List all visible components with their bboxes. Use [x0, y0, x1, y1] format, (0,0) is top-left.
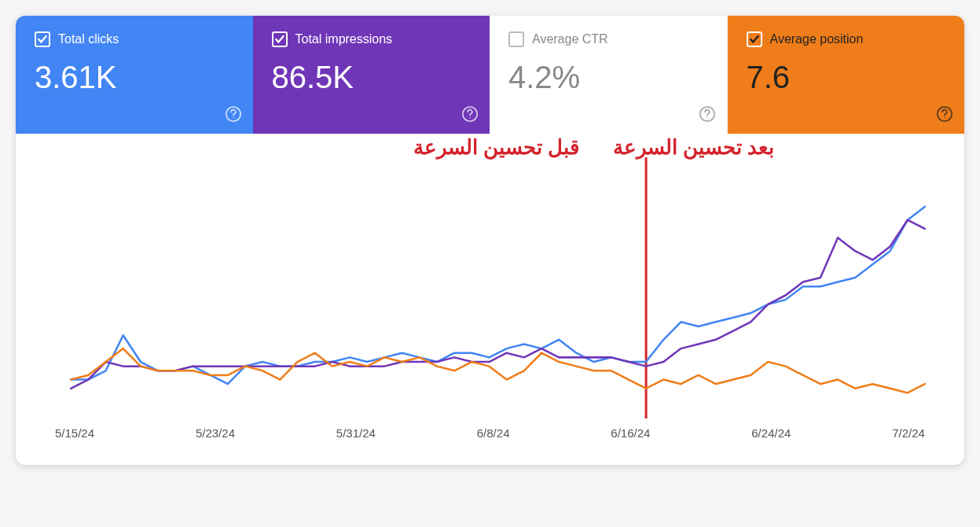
x-tick: 6/8/24	[477, 426, 510, 440]
x-tick: 6/24/24	[751, 426, 791, 440]
metric-label: Average position	[770, 32, 864, 46]
line-chart	[47, 157, 933, 418]
metric-label: Total clicks	[58, 32, 119, 46]
x-tick: 7/2/24	[892, 426, 925, 440]
series-total-impressions	[71, 220, 925, 389]
metric-value: 3.61K	[35, 61, 234, 93]
metric-value: 4.2%	[508, 61, 708, 93]
x-tick: 5/31/24	[336, 426, 376, 440]
metric-label: Average CTR	[532, 32, 608, 46]
metric-tile-position[interactable]: Average position 7.6	[728, 16, 965, 134]
help-icon[interactable]	[699, 105, 716, 123]
metric-value: 86.5K	[272, 61, 472, 93]
metrics-row: Total clicks 3.61K Total impressions 86.…	[16, 16, 964, 134]
help-icon[interactable]	[225, 105, 242, 123]
checkbox-icon	[35, 31, 50, 47]
metric-label: Total impressions	[295, 32, 393, 46]
svg-point-7	[944, 117, 945, 118]
svg-point-3	[469, 117, 470, 118]
x-tick: 5/23/24	[196, 426, 235, 440]
metric-tile-clicks[interactable]: Total clicks 3.61K	[16, 16, 253, 134]
help-icon[interactable]	[936, 105, 953, 123]
metric-tile-impressions[interactable]: Total impressions 86.5K	[253, 16, 490, 134]
chart-area: قبل تحسين السرعة بعد تحسين السرعة 5/15/2…	[16, 134, 964, 465]
series-average-position	[71, 348, 925, 392]
svg-point-5	[707, 117, 707, 118]
checkbox-icon	[272, 31, 288, 47]
metric-tile-ctr[interactable]: Average CTR 4.2%	[490, 16, 728, 134]
checkbox-icon	[747, 31, 762, 47]
svg-point-1	[233, 117, 233, 118]
annotation-after: بعد تحسين السرعة	[613, 135, 774, 160]
x-axis-ticks: 5/15/245/23/245/31/246/8/246/16/246/24/2…	[47, 426, 933, 449]
x-tick: 5/15/24	[55, 426, 94, 440]
help-icon[interactable]	[461, 105, 479, 123]
annotation-before: قبل تحسين السرعة	[413, 135, 579, 160]
x-tick: 6/16/24	[611, 426, 650, 440]
checkbox-icon	[508, 31, 524, 47]
metric-value: 7.6	[747, 61, 946, 93]
performance-card: Total clicks 3.61K Total impressions 86.…	[16, 16, 964, 465]
